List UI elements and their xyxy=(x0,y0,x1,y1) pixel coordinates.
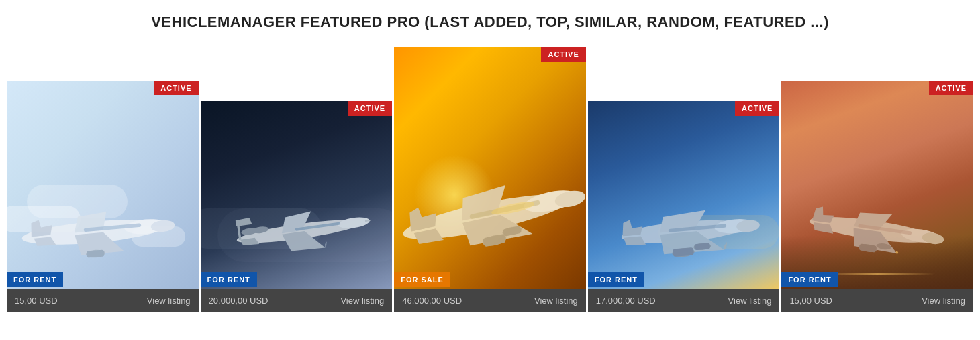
page-title: VEHICLEMANAGER FEATURED PRO (LAST ADDED,… xyxy=(7,13,973,31)
type-badge-2: FOR RENT xyxy=(201,272,257,287)
card-footer-2: 20.000,00 USD View listing xyxy=(201,289,393,312)
svg-rect-10 xyxy=(87,250,104,258)
card-footer-3: 46.000,00 USD View listing xyxy=(394,289,586,312)
listing-card-3: ACTIVE xyxy=(394,47,586,312)
type-badge-3: FOR SALE xyxy=(394,272,450,287)
card-footer-4: 17.000,00 USD View listing xyxy=(588,289,780,312)
listings-container: ACTIVE xyxy=(7,47,973,312)
price-3: 46.000,00 USD xyxy=(402,296,462,306)
type-badge-4: FOR RENT xyxy=(588,272,644,287)
svg-rect-16 xyxy=(238,226,242,241)
active-badge-1: ACTIVE xyxy=(154,81,198,95)
svg-marker-17 xyxy=(236,218,252,226)
active-badge-2: ACTIVE xyxy=(348,101,392,116)
price-5: 15,00 USD xyxy=(789,296,832,306)
svg-point-63 xyxy=(895,251,898,254)
type-badge-1: FOR RENT xyxy=(7,272,63,287)
svg-marker-22 xyxy=(325,242,328,248)
price-1: 15,00 USD xyxy=(15,296,58,306)
active-badge-3: ACTIVE xyxy=(541,47,585,62)
card-footer-5: 15,00 USD View listing xyxy=(781,289,973,312)
view-listing-button-5[interactable]: View listing xyxy=(922,296,965,306)
svg-marker-50 xyxy=(724,241,728,249)
listing-card-2: ACTIVE xyxy=(201,101,393,312)
price-2: 20.000,00 USD xyxy=(209,296,268,306)
view-listing-button-4[interactable]: View listing xyxy=(728,296,772,306)
view-listing-button-3[interactable]: View listing xyxy=(534,296,578,306)
listing-card-1: ACTIVE xyxy=(7,81,199,312)
active-badge-4: ACTIVE xyxy=(735,101,779,116)
view-listing-button-2[interactable]: View listing xyxy=(340,296,384,306)
active-badge-5: ACTIVE xyxy=(929,81,973,95)
listing-card-5: ACTIVE xyxy=(781,81,973,312)
price-4: 17.000,00 USD xyxy=(596,296,656,306)
type-badge-5: FOR RENT xyxy=(781,272,838,287)
card-footer-1: 15,00 USD View listing xyxy=(7,289,199,312)
listing-card-4: ACTIVE xyxy=(588,101,780,312)
view-listing-button-1[interactable]: View listing xyxy=(147,296,191,306)
